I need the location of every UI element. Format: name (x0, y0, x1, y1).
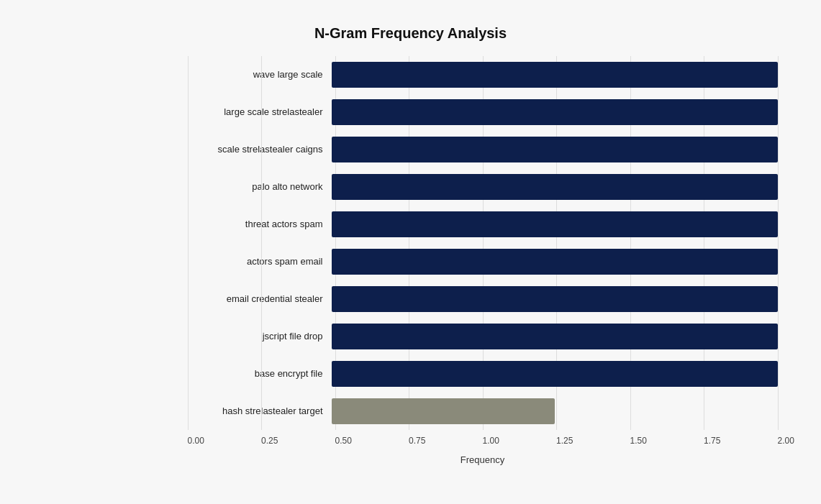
bar-label: email credential stealer (188, 293, 332, 304)
bar-label: scale strelastealer caigns (188, 144, 332, 155)
bar-fill (332, 137, 778, 162)
bar-label: actors spam email (188, 256, 332, 267)
bar-fill (332, 211, 778, 237)
bar-row: base encrypt file (188, 355, 778, 393)
chart-title: N-Gram Frequency Analysis (44, 25, 778, 42)
bar-track (332, 249, 778, 275)
x-axis-ticks: 0.000.250.500.751.001.251.501.752.00 (188, 436, 778, 450)
bar-track (332, 286, 778, 312)
bar-fill (332, 286, 778, 312)
bar-track (332, 398, 778, 424)
bar-row: actors spam email (188, 243, 778, 280)
bar-label: hash strelastealer target (188, 406, 332, 416)
bar-fill (332, 361, 778, 387)
bar-fill (332, 249, 778, 275)
bar-row: threat actors spam (188, 206, 778, 243)
bar-label: large scale strelastealer (188, 106, 332, 117)
bar-row: large scale strelastealer (188, 93, 778, 131)
bar-track (332, 174, 778, 200)
x-axis: 0.000.250.500.751.001.251.501.752.00 (44, 436, 778, 450)
grid-line (778, 56, 779, 430)
bar-row: wave large scale (188, 56, 778, 93)
bar-row: scale strelastealer caigns (188, 131, 778, 168)
bar-track (332, 62, 778, 88)
x-axis-label: Frequency (44, 454, 778, 465)
bar-track (332, 137, 778, 162)
bar-track (332, 211, 778, 237)
bar-track (332, 99, 778, 125)
bar-fill (332, 62, 778, 88)
bar-label: base encrypt file (188, 368, 332, 379)
chart-container: N-Gram Frequency Analysis wave large sca… (15, 11, 807, 494)
bar-track (332, 361, 778, 387)
bar-row: email credential stealer (188, 280, 778, 318)
bar-track (332, 324, 778, 349)
bar-fill (332, 174, 778, 200)
bar-fill (332, 398, 555, 424)
bars-area: wave large scalelarge scale strelasteale… (188, 56, 778, 430)
bar-row: hash strelastealer target (188, 393, 778, 430)
bar-row: jscript file drop (188, 318, 778, 355)
bar-label: wave large scale (188, 69, 332, 80)
bar-row: palo alto network (188, 168, 778, 206)
bar-label: jscript file drop (188, 331, 332, 342)
bar-label: threat actors spam (188, 219, 332, 229)
bar-label: palo alto network (188, 181, 332, 192)
bar-fill (332, 324, 778, 349)
bar-fill (332, 99, 778, 125)
